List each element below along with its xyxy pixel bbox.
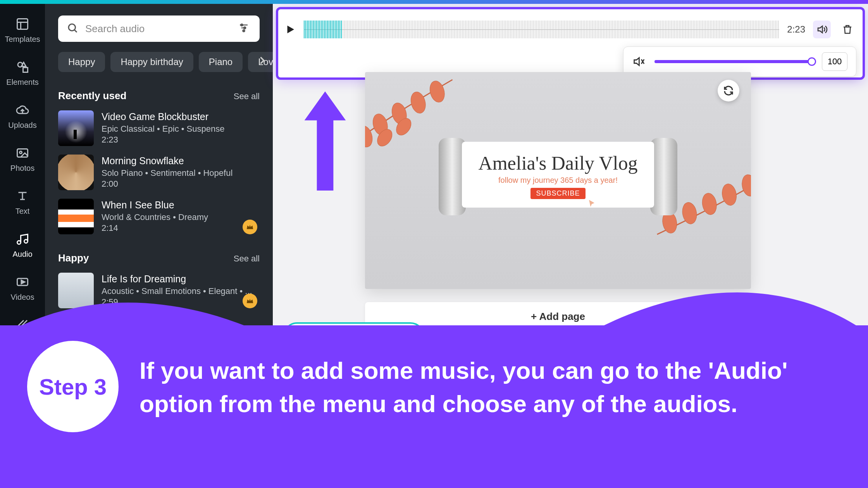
step-label: Step 3 (39, 374, 107, 400)
track-title: Morning Snowflake (102, 155, 260, 167)
tutorial-banner: Step 3 If you want to add some music, yo… (0, 325, 868, 488)
track-sub: World & Countries • Dreamy (102, 212, 260, 222)
search-box[interactable] (58, 15, 260, 42)
search-input[interactable] (85, 23, 231, 35)
track-thumb (58, 110, 94, 146)
track-thumb (58, 155, 94, 190)
volume-button[interactable] (813, 21, 831, 38)
page-title: Amelia's Daily Vlog (474, 152, 642, 174)
track-row[interactable]: Morning Snowflake Solo Piano • Sentiment… (58, 155, 260, 190)
section-recent-seeall[interactable]: See all (234, 91, 260, 101)
rail-audio-label: Audio (12, 250, 32, 259)
torn-paper: Amelia's Daily Vlog follow my journey 36… (443, 138, 673, 215)
chip-scroll-right[interactable] (257, 55, 267, 67)
banner-text: If you want to add some music, you can g… (140, 354, 860, 420)
chip-happy-birthday[interactable]: Happy birthday (110, 52, 193, 72)
rail-templates-label: Templates (5, 35, 40, 44)
rail-photos[interactable]: Photos (0, 144, 45, 173)
audio-toolbar: 2:23 100 (276, 7, 865, 80)
search-icon (67, 22, 78, 35)
delete-button[interactable] (839, 21, 856, 38)
track-sub: Solo Piano • Sentimental • Hopeful (102, 168, 260, 178)
app-topbar (0, 0, 868, 4)
svg-point-13 (409, 90, 428, 115)
svg-point-4 (20, 151, 22, 154)
rail-elements[interactable]: Elements (0, 58, 45, 87)
mute-icon[interactable] (632, 55, 645, 68)
rail-audio[interactable]: Audio (0, 230, 45, 259)
track-thumb (58, 199, 94, 234)
text-icon (14, 187, 31, 204)
chip-piano[interactable]: Piano (199, 52, 243, 72)
svg-point-18 (720, 183, 738, 206)
svg-point-6 (69, 24, 76, 31)
chip-happy[interactable]: Happy (58, 52, 105, 72)
rail-text[interactable]: Text (0, 187, 45, 216)
svg-point-17 (741, 174, 751, 197)
svg-point-14 (428, 79, 447, 104)
section-happy-seeall[interactable]: See all (234, 254, 260, 264)
uploads-icon (14, 101, 31, 119)
section-recent-title: Recently used (58, 90, 126, 102)
audio-icon (14, 230, 31, 247)
rail-uploads[interactable]: Uploads (0, 101, 45, 130)
canvas-page[interactable]: Amelia's Daily Vlog follow my journey 36… (365, 72, 751, 289)
premium-icon (243, 220, 257, 234)
track-title: Video Game Blockbuster (102, 111, 260, 122)
volume-slider[interactable] (654, 60, 813, 63)
chip-row: Happy Happy birthday Piano Love (58, 52, 260, 72)
step-badge: Step 3 (27, 341, 119, 432)
track-dur: 2:14 (102, 223, 260, 233)
waveform[interactable] (304, 21, 779, 38)
track-dur: 2:00 (102, 179, 260, 189)
templates-icon (14, 15, 31, 33)
rail-photos-label: Photos (10, 164, 34, 173)
track-dur: 2:23 (102, 135, 260, 145)
svg-rect-2 (23, 68, 28, 72)
subscribe-button: SUBSCRIBE (530, 188, 585, 199)
track-title: When I See Blue (102, 199, 260, 211)
photos-icon (14, 144, 31, 162)
svg-point-10 (365, 124, 375, 149)
cursor-icon (587, 199, 596, 208)
rail-text-label: Text (16, 207, 30, 216)
rail-uploads-label: Uploads (8, 121, 36, 130)
page-tagline: follow my journey 365 days a year! (474, 176, 642, 185)
audio-duration: 2:23 (787, 24, 805, 35)
volume-value[interactable]: 100 (822, 52, 847, 71)
track-row[interactable]: Video Game Blockbuster Epic Classical • … (58, 110, 260, 146)
section-happy-title: Happy (58, 252, 89, 264)
svg-rect-0 (17, 19, 28, 29)
track-row[interactable]: When I See Blue World & Countries • Drea… (58, 199, 260, 234)
rail-elements-label: Elements (6, 78, 38, 87)
callout-arrow-icon (304, 91, 346, 192)
rail-templates[interactable]: Templates (0, 15, 45, 44)
play-button[interactable] (284, 22, 296, 36)
filter-icon[interactable] (238, 22, 251, 35)
sync-button[interactable] (718, 80, 739, 101)
elements-icon (14, 58, 31, 76)
track-sub: Epic Classical • Epic • Suspense (102, 124, 260, 134)
